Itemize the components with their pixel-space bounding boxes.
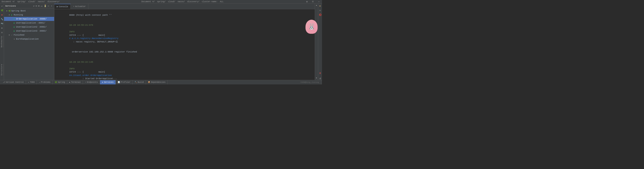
- far-right-icon-3[interactable]: ⭕: [318, 13, 322, 16]
- scroll-down-btn[interactable]: ▼: [315, 77, 318, 80]
- tree-label-user-app1: UserApplication :8081/: [16, 22, 45, 24]
- topbar-right-item: cluster-name:: [202, 0, 218, 3]
- console-panel: ▶ Console ⚡ Actuator 8080 (http) with co…: [54, 3, 315, 80]
- tab-actuator[interactable]: ⚡ Actuator: [71, 4, 88, 9]
- tree-label-spring-boot: Spring Boot: [11, 10, 26, 12]
- nodes-icon[interactable]: ⊞: [0, 26, 4, 30]
- stop-icon[interactable]: ■: [0, 13, 4, 16]
- status-services[interactable]: ⚙ Services: [100, 80, 116, 85]
- log-line-2: 10-28 16:55:21:976 INFO 15724 --- [ main…: [56, 20, 313, 47]
- tree-item-order-app[interactable]: ▶ OrderApplication :8080/: [4, 17, 54, 21]
- services-label: Services: [104, 81, 114, 83]
- tree-label-running: Running: [14, 14, 23, 16]
- wrench-icon[interactable]: 🔧: [0, 18, 4, 21]
- tree-arrow-user1: [10, 22, 13, 24]
- topbar-item: spring/: [17, 0, 26, 3]
- eureka-icon: ⊕: [13, 38, 16, 40]
- tree-item-eureka[interactable]: ⊕ EurekaApplication: [4, 37, 54, 41]
- status-endpoints[interactable]: ⚡ Endpoints: [83, 80, 100, 85]
- services-panel: Services ↺ ⊟ ⊞ ⚏ ⏳ ▷ ＋ ▼ 🌿 Spring Boot: [4, 3, 54, 80]
- status-profiler[interactable]: 📊 Profiler: [116, 80, 132, 85]
- tree-arrow-eureka: [10, 38, 13, 40]
- tree-label-user-app2: UserApplication2 :8082/: [16, 26, 47, 28]
- far-right-panel: ⚙ ⊙ ⭕ 🗑 🖨: [318, 3, 322, 80]
- version-control-label: Version Control: [6, 81, 24, 83]
- status-problems[interactable]: ⚠ Problems: [37, 80, 52, 85]
- status-spring[interactable]: 🌿 Spring: [53, 80, 67, 85]
- status-todo[interactable]: ☑ TODO: [26, 80, 37, 85]
- refresh-icon[interactable]: ↺: [0, 4, 4, 8]
- far-right-icon-1[interactable]: ⚙: [318, 4, 322, 8]
- profiler-icon: 📊: [118, 81, 120, 83]
- far-right-print-icon[interactable]: 🖨: [318, 77, 322, 80]
- settings-icon[interactable]: ⚙: [306, 0, 308, 3]
- tab-console-label: Console: [59, 5, 68, 8]
- profiler-label: Profiler: [121, 81, 130, 83]
- todo-label: TODO: [30, 81, 34, 83]
- tree-item-running[interactable]: ▼ ▶ Running: [4, 13, 54, 17]
- services-refresh-icon[interactable]: ↺: [33, 4, 35, 7]
- tree-item-spring-boot[interactable]: ▼ 🌿 Spring Boot: [4, 9, 54, 13]
- minus-icon[interactable]: —: [317, 0, 320, 3]
- services-toolbar: ↺ ⊟ ⊞ ⚏ ⏳ ▷ ＋: [33, 4, 53, 8]
- console-icon: ▶: [57, 5, 58, 8]
- console-content: 8080 (http) with context path '' 10-28 1…: [54, 9, 315, 80]
- services-expand-icon[interactable]: ⊞: [38, 4, 40, 7]
- topbar-right-item: cloud/: [168, 0, 175, 3]
- status-terminal[interactable]: ▶ Terminal: [67, 80, 83, 85]
- services-header: Services ↺ ⊟ ⊞ ⚏ ⏳ ▷ ＋: [4, 3, 54, 8]
- status-version-control[interactable]: ⎇ Version Control: [1, 80, 26, 85]
- dependencies-label: Dependencies: [151, 81, 166, 83]
- services-add-icon[interactable]: ＋: [50, 4, 53, 8]
- console-tabs: ▶ Console ⚡ Actuator: [54, 3, 315, 9]
- tree-label-finished: Finished: [14, 34, 24, 36]
- services-collapse-icon[interactable]: ⊟: [36, 4, 37, 7]
- csdn-text: CSDN@Ding_Jiatong: [300, 81, 319, 83]
- status-dependencies[interactable]: 📦 Dependencies: [146, 80, 168, 85]
- gear-icon[interactable]: ⛭: [311, 0, 315, 3]
- tree-arrow-running: ▼: [8, 14, 10, 16]
- topbar-right-item: discovery/: [187, 0, 200, 3]
- tree-arrow-spring-boot: ▼: [6, 10, 8, 12]
- problems-label: Problems: [41, 81, 50, 83]
- bookmarks-label: Bookmarks: [0, 36, 4, 47]
- user2-run-icon: ▶: [13, 25, 16, 28]
- log-line-1: 8080 (http) with context path '': [56, 10, 313, 20]
- mascot-image: 🐰: [306, 20, 318, 34]
- version-control-icon: ⎇: [3, 81, 5, 83]
- endpoints-icon: ⚡: [85, 81, 86, 83]
- layout-icon[interactable]: ⊟: [0, 31, 4, 34]
- top-bar: Document 4/ spring/ cloud/ nacos/ discov…: [0, 0, 322, 3]
- springboot-tree-icon: 🌿: [8, 9, 11, 12]
- topbar-item: nacos/: [38, 0, 45, 3]
- camera-icon[interactable]: 📷: [0, 22, 4, 25]
- build-icon: 🔨: [135, 81, 137, 83]
- tab-console[interactable]: ▶ Console: [54, 4, 71, 9]
- status-bar: ⎇ Version Control ☑ TODO ⚠ Problems 🌿 Sp…: [0, 80, 322, 84]
- topbar-right-item: ALL: [220, 0, 224, 3]
- scroll-up-btn[interactable]: ▲: [315, 4, 318, 7]
- far-right-trash-icon[interactable]: 🗑: [318, 72, 322, 75]
- tree-item-user-app2[interactable]: ▶ UserApplication2 :8082/: [4, 25, 54, 29]
- status-build[interactable]: 🔨 Build: [132, 80, 146, 85]
- right-scrollbar: ▲ ▼: [315, 3, 318, 80]
- tree-arrow-order: [10, 18, 13, 20]
- topbar-right-item: spring/: [157, 0, 166, 3]
- endpoints-label: Endpoints: [87, 81, 98, 83]
- tree-item-finished[interactable]: ▼ ✓ Finished: [4, 33, 54, 37]
- log-line-4: 10-28 16:55:22:145 INFO 15724 --- [ main…: [56, 57, 313, 80]
- services-group-icon[interactable]: ⚏: [40, 4, 43, 7]
- tree-label-order-app: OrderApplication :8080/: [16, 18, 47, 20]
- services-run-config-icon[interactable]: ▷: [48, 4, 50, 7]
- order-run-icon: ▶: [13, 17, 16, 20]
- services-tree: ▼ 🌿 Spring Boot ▼ ▶ Running ▶ OrderAppl: [4, 8, 54, 80]
- far-right-icon-2[interactable]: ⊙: [318, 9, 322, 12]
- tree-item-user-app3[interactable]: ▶ UserApplication3 :8083/: [4, 29, 54, 33]
- services-filter-icon[interactable]: ⏳: [44, 4, 47, 7]
- springboot-icon[interactable]: 🌿: [0, 9, 4, 12]
- tree-item-user-app1[interactable]: ▶ UserApplication :8081/: [4, 21, 54, 25]
- build-label: Build: [138, 81, 144, 83]
- dependencies-icon: 📦: [148, 81, 150, 83]
- tree-label-eureka: EurekaApplication: [16, 38, 39, 40]
- topbar-item: Document 4/: [2, 0, 15, 3]
